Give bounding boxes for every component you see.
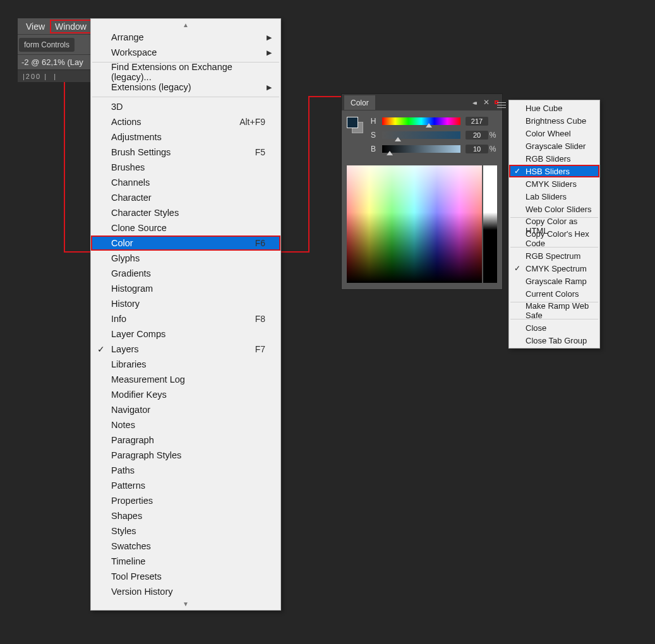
flyout-item-copy-color-s-hex-code[interactable]: Copy Color's Hex Code [509, 232, 599, 245]
menu-item-histogram[interactable]: Histogram [91, 281, 280, 296]
menu-item-label: Paths [111, 465, 265, 475]
transform-controls-chip[interactable]: form Controls [19, 38, 75, 52]
menu-item-paragraph[interactable]: Paragraph [91, 432, 280, 448]
menu-item-shapes[interactable]: Shapes [91, 508, 280, 523]
flyout-item-color-wheel[interactable]: Color Wheel [509, 127, 599, 140]
hue-cube-main[interactable] [347, 165, 482, 283]
menu-item-label: Paragraph [111, 435, 265, 445]
menu-item-find-extensions[interactable]: Find Extensions on Exchange (legacy)... [91, 64, 280, 80]
flyout-item-brightness-cube[interactable]: Brightness Cube [509, 114, 599, 127]
color-panel-tab[interactable]: Color [344, 95, 375, 110]
foreground-background-swatch[interactable] [347, 117, 363, 133]
flyout-item-rgb-spectrum[interactable]: RGB Spectrum [509, 249, 599, 262]
menu-item-color[interactable]: ColorF6 [91, 236, 280, 251]
collapse-icon[interactable]: ◂◂ [469, 98, 478, 107]
hue-cube-brightness-strip[interactable] [483, 165, 497, 283]
foreground-color-swatch[interactable] [347, 117, 358, 128]
menu-view[interactable]: View [21, 20, 50, 33]
menu-item-arrange[interactable]: Arrange▶ [91, 30, 280, 45]
menu-item-properties[interactable]: Properties [91, 493, 280, 508]
flyout-item-cmyk-spectrum[interactable]: ✓CMYK Spectrum [509, 262, 599, 275]
flyout-item-label: Close Tab Group [526, 336, 587, 345]
menu-item-label: Actions [111, 117, 239, 127]
flyout-item-grayscale-ramp[interactable]: Grayscale Ramp [509, 275, 599, 287]
menu-item-brush-settings[interactable]: Brush SettingsF5 [91, 145, 280, 160]
menu-item-glyphs[interactable]: Glyphs [91, 251, 280, 266]
menu-item-label: Color [111, 238, 255, 248]
brightness-slider[interactable] [382, 145, 460, 153]
hue-cube[interactable] [347, 165, 497, 283]
color-panel-flyout-menu: Hue CubeBrightness CubeColor WheelGraysc… [508, 100, 600, 349]
menu-item-layer-comps[interactable]: Layer Comps [91, 326, 280, 342]
hue-thumb[interactable] [426, 123, 432, 128]
menu-item-extensions-legacy[interactable]: Extensions (legacy)▶ [91, 80, 280, 95]
brightness-thumb[interactable] [387, 151, 393, 155]
menu-item-label: Gradients [111, 268, 265, 278]
menu-item-patterns[interactable]: Patterns [91, 478, 280, 493]
close-icon[interactable]: ✕ [482, 98, 491, 107]
hue-label: H [370, 117, 377, 126]
menu-item-info[interactable]: InfoF8 [91, 311, 280, 326]
menu-item-gradients[interactable]: Gradients [91, 266, 280, 281]
color-panel: Color ◂◂ ✕ H 217 S [341, 93, 503, 290]
menu-item-layers[interactable]: ✓LayersF7 [91, 342, 280, 357]
menu-item-channels[interactable]: Channels [91, 175, 280, 190]
menu-item-brushes[interactable]: Brushes [91, 160, 280, 175]
menu-item-modifier-keys[interactable]: Modifier Keys [91, 387, 280, 402]
menu-item-paragraph-styles[interactable]: Paragraph Styles [91, 448, 280, 463]
flyout-item-rgb-sliders[interactable]: RGB Sliders [509, 152, 599, 165]
check-icon: ✓ [514, 167, 520, 176]
menu-item-label: Version History [111, 587, 265, 597]
menu-item-clone-source[interactable]: Clone Source [91, 220, 280, 236]
menu-item-adjustments[interactable]: Adjustments [91, 129, 280, 145]
menu-item-label: Modifier Keys [111, 390, 265, 400]
hue-slider[interactable] [382, 117, 460, 125]
flyout-item-web-color-sliders[interactable]: Web Color Sliders [509, 203, 599, 215]
menu-item-actions[interactable]: ActionsAlt+F9 [91, 114, 280, 129]
document-tab[interactable]: -2 @ 62,1% (Lay [18, 54, 90, 69]
menu-item-character[interactable]: Character [91, 190, 280, 205]
menu-item-measurement-log[interactable]: Measurement Log [91, 372, 280, 387]
saturation-thumb[interactable] [395, 137, 401, 141]
menu-item-tool-presets[interactable]: Tool Presets [91, 569, 280, 584]
flyout-item-lab-sliders[interactable]: Lab Sliders [509, 190, 599, 203]
menu-item-paths[interactable]: Paths [91, 463, 280, 478]
menu-item-shortcut: F7 [255, 344, 265, 354]
menu-item-notes[interactable]: Notes [91, 417, 280, 432]
menu-item-version-history[interactable]: Version History [91, 584, 280, 599]
menu-item-libraries[interactable]: Libraries [91, 357, 280, 372]
app-chrome-fragment: View Window form Controls -2 @ 62,1% (La… [18, 18, 90, 82]
saturation-unit: % [488, 131, 497, 140]
hue-value-input[interactable]: 217 [466, 117, 488, 126]
menu-item-navigator[interactable]: Navigator [91, 402, 280, 417]
menu-item-label: Character Styles [111, 208, 265, 218]
menu-item-history[interactable]: History [91, 296, 280, 311]
flyout-item-close-tab-group[interactable]: Close Tab Group [509, 334, 599, 347]
menu-item-character-styles[interactable]: Character Styles [91, 205, 280, 220]
flyout-item-current-colors[interactable]: Current Colors [509, 287, 599, 300]
flyout-item-make-ramp-web-safe[interactable]: Make Ramp Web Safe [509, 304, 599, 317]
menu-item-styles[interactable]: Styles [91, 523, 280, 539]
flyout-item-cmyk-sliders[interactable]: CMYK Sliders [509, 177, 599, 190]
flyout-item-label: Color Wheel [526, 129, 571, 138]
panel-flyout-button[interactable] [495, 100, 498, 104]
menu-separator [92, 97, 279, 97]
saturation-slider[interactable] [382, 131, 460, 139]
menu-item-workspace[interactable]: Workspace▶ [91, 45, 280, 60]
flyout-item-grayscale-slider[interactable]: Grayscale Slider [509, 140, 599, 152]
menu-item-label: Brushes [111, 162, 265, 172]
menu-item-label: History [111, 299, 265, 309]
flyout-item-hsb-sliders[interactable]: ✓HSB Sliders [509, 165, 599, 177]
brightness-value-input[interactable]: 10 [466, 145, 488, 153]
scroll-up-arrow-icon[interactable]: ▲ [91, 20, 280, 30]
menu-item-timeline[interactable]: Timeline [91, 554, 280, 569]
ruler-tick-200: |200 | | [23, 73, 57, 80]
saturation-value-input[interactable]: 20 [466, 131, 488, 140]
flyout-item-close[interactable]: Close [509, 321, 599, 334]
flyout-item-hue-cube[interactable]: Hue Cube [509, 102, 599, 114]
menu-item-swatches[interactable]: Swatches [91, 539, 280, 554]
menu-window[interactable]: Window [50, 20, 92, 33]
menu-item-3d[interactable]: 3D [91, 99, 280, 114]
scroll-down-arrow-icon[interactable]: ▼ [91, 599, 280, 609]
menu-item-label: Notes [111, 420, 265, 430]
